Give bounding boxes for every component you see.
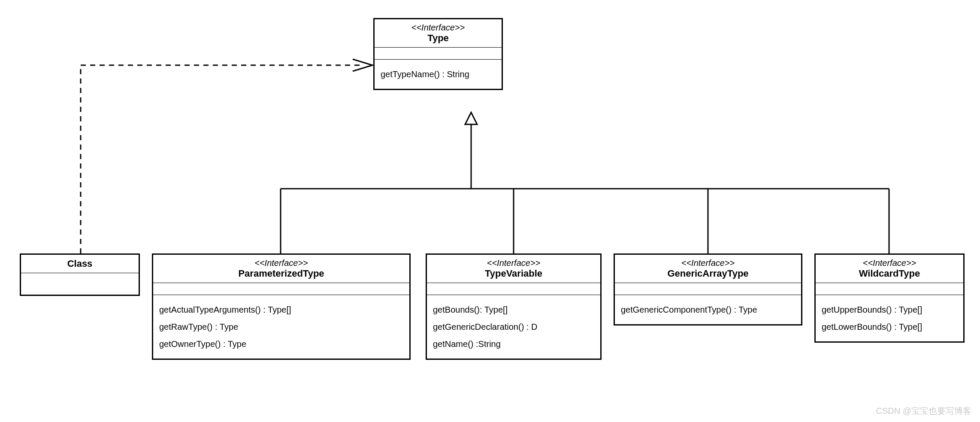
uml-header: <<Interface>> GenericArrayType	[615, 255, 801, 283]
method-row: getLowerBounds() : Type[]	[822, 318, 957, 335]
uml-attributes	[375, 48, 502, 60]
realization-arrowhead-icon	[353, 59, 372, 71]
uml-attributes	[153, 283, 409, 295]
class-name: ParameterizedType	[158, 268, 404, 279]
stereotype-label: <<Interface>>	[158, 258, 404, 268]
method-row: getRawType() : Type	[159, 318, 403, 335]
class-name: Type	[380, 33, 496, 44]
method-row: getTypeName() : String	[381, 66, 496, 83]
uml-methods: getGenericComponentType() : Type	[615, 295, 801, 324]
uml-header: <<Interface>> TypeVariable	[427, 255, 600, 283]
uml-interface-genericarraytype: <<Interface>> GenericArrayType getGeneri…	[614, 253, 802, 326]
method-row: getOwnerType() : Type	[159, 335, 403, 353]
class-name: Class	[26, 258, 133, 269]
method-row: getGenericComponentType() : Type	[621, 301, 795, 318]
uml-methods: getUpperBounds() : Type[] getLowerBounds…	[816, 295, 963, 341]
uml-interface-wildcardtype: <<Interface>> WildcardType getUpperBound…	[814, 253, 965, 343]
generalization-arrowhead-icon	[465, 112, 477, 124]
stereotype-label: <<Interface>>	[380, 23, 496, 33]
uml-methods: getTypeName() : String	[375, 60, 502, 89]
method-row: getUpperBounds() : Type[]	[822, 301, 957, 318]
class-name: WildcardType	[821, 268, 958, 279]
class-name: GenericArrayType	[620, 268, 796, 279]
method-row: getName() :String	[433, 335, 594, 353]
uml-header: <<Interface>> ParameterizedType	[153, 255, 409, 283]
uml-attributes	[427, 283, 600, 295]
stereotype-label: <<Interface>>	[821, 258, 958, 268]
uml-attributes	[615, 283, 801, 295]
uml-body	[21, 273, 139, 295]
method-row: getGenericDeclaration() : D	[433, 318, 594, 335]
uml-header: <<Interface>> Type	[375, 19, 502, 48]
uml-header: Class	[21, 255, 139, 273]
stereotype-label: <<Interface>>	[620, 258, 796, 268]
uml-interface-parameterizedtype: <<Interface>> ParameterizedType getActua…	[152, 253, 411, 360]
uml-interface-typevariable: <<Interface>> TypeVariable getBounds(): …	[426, 253, 602, 360]
uml-interface-type: <<Interface>> Type getTypeName() : Strin…	[373, 18, 503, 90]
uml-methods: getBounds(): Type[] getGenericDeclaratio…	[427, 295, 600, 359]
class-name: TypeVariable	[432, 268, 595, 279]
uml-header: <<Interface>> WildcardType	[816, 255, 963, 283]
uml-methods: getActualTypeArguments() : Type[] getRaw…	[153, 295, 409, 359]
method-row: getActualTypeArguments() : Type[]	[159, 301, 403, 318]
uml-class-class: Class	[20, 253, 140, 296]
uml-attributes	[816, 283, 963, 295]
method-row: getBounds(): Type[]	[433, 301, 594, 318]
watermark-text: CSDN @宝宝也要写博客	[876, 405, 971, 417]
stereotype-label: <<Interface>>	[432, 258, 595, 268]
